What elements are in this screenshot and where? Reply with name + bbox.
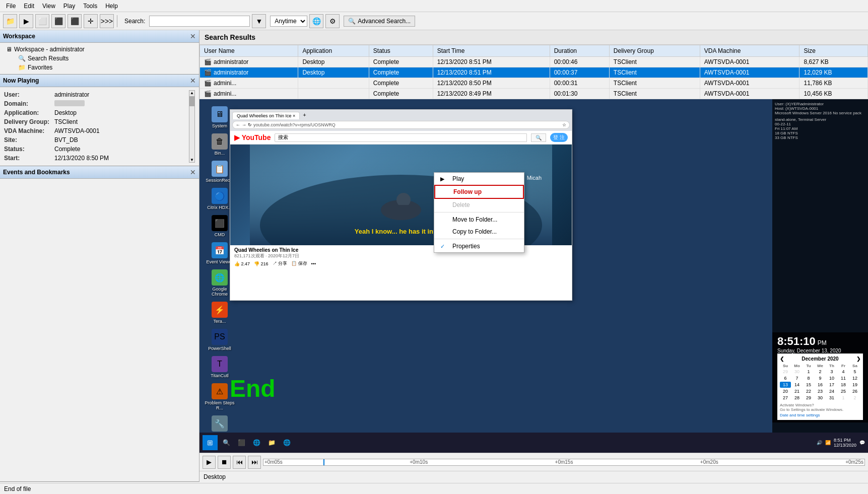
ctx-play-item[interactable]: ▶ Play — [434, 173, 524, 185]
scroll-up-icon[interactable]: ▲ — [190, 91, 194, 95]
bookmark-icon[interactable]: ☆ — [562, 122, 566, 127]
menu-help[interactable]: Help — [101, 2, 122, 11]
cal-day[interactable]: 9 — [815, 375, 826, 381]
search-dropdown-btn[interactable]: ▼ — [252, 14, 266, 28]
screen1-button[interactable]: ⬛ — [51, 14, 65, 28]
tree-root-item[interactable]: 🖥 Workspace - administrator — [2, 45, 197, 54]
taskbar-ie[interactable]: 🌐 — [250, 436, 263, 449]
cal-day[interactable]: 18 — [838, 382, 849, 388]
col-start-time[interactable]: Start Time — [433, 45, 550, 57]
cal-day-today[interactable]: 13 — [780, 382, 791, 388]
cal-day[interactable]: 8 — [803, 375, 814, 381]
cal-day[interactable]: 22 — [803, 388, 814, 394]
cal-day[interactable]: 21 — [791, 388, 803, 394]
cal-day[interactable]: 12 — [849, 375, 860, 381]
cal-day[interactable]: 25 — [838, 388, 849, 394]
desktop-icon-tera[interactable]: ⚡ Tera... — [202, 300, 237, 326]
workspace-close-button[interactable]: ✕ — [190, 32, 196, 40]
table-row[interactable]: 🎬administrator Desktop Complete 12/13/20… — [200, 57, 868, 67]
cal-day[interactable]: 30 — [815, 395, 826, 401]
yt-search-input[interactable] — [275, 133, 527, 142]
cal-day[interactable]: 2 — [815, 369, 826, 375]
address-text[interactable]: youtube.com/watch?v=rpms/UOSNWRQ — [253, 122, 561, 127]
taskbar-explorer[interactable]: 📁 — [265, 436, 278, 449]
new-tab-button[interactable]: + — [303, 112, 306, 119]
browser-tab-active[interactable]: Quad Wheelies on Thin Ice × — [232, 112, 300, 119]
col-delivery-group[interactable]: Delivery Group — [609, 45, 700, 57]
menu-file[interactable]: File — [2, 2, 20, 11]
refresh-icon[interactable]: ↻ — [248, 122, 252, 127]
ctx-move-folder-item[interactable]: Move to Folder... — [434, 214, 524, 226]
taskbar-volume-icon[interactable]: 📶 — [825, 440, 831, 445]
desktop-icon-powershell[interactable]: PS PowerShell — [202, 327, 237, 353]
cal-day[interactable]: 24 — [826, 388, 837, 394]
col-vda-machine[interactable]: VDA Machine — [700, 45, 799, 57]
cal-day[interactable]: 4 — [838, 369, 849, 375]
cal-day[interactable]: 29 — [803, 395, 814, 401]
stop-button[interactable]: ⬜ — [35, 14, 49, 28]
date-time-settings[interactable]: Date and time settings — [780, 413, 860, 417]
cal-day[interactable]: 11 — [838, 375, 849, 381]
table-row[interactable]: 🎬administrator Desktop Complete 12/13/20… — [200, 67, 868, 78]
events-close-button[interactable]: ✕ — [190, 168, 196, 176]
tl-rewind-btn[interactable]: ⏮ — [233, 456, 246, 469]
cal-day[interactable]: 27 — [780, 395, 791, 401]
menu-edit[interactable]: Edit — [20, 2, 38, 11]
cal-day[interactable]: 19 — [849, 382, 860, 388]
cal-day[interactable]: 26 — [849, 388, 860, 394]
move-button[interactable]: ✛ — [84, 14, 98, 28]
cal-day[interactable]: 30 — [791, 369, 803, 375]
cal-day[interactable]: 20 — [780, 388, 791, 394]
cal-day[interactable]: 5 — [849, 369, 860, 375]
cal-day[interactable]: 31 — [826, 395, 837, 401]
ctx-copy-folder-item[interactable]: Copy to Folder... — [434, 226, 524, 238]
tree-favorites[interactable]: 📁 Favorites — [14, 63, 197, 72]
search-input[interactable] — [149, 16, 250, 27]
cal-day[interactable]: 15 — [803, 382, 814, 388]
more-actions[interactable]: ••• — [311, 261, 316, 266]
cal-day[interactable]: 16 — [815, 382, 826, 388]
scroll-down-icon[interactable]: ▼ — [190, 158, 194, 162]
anytime-dropdown[interactable]: Anytime — [270, 16, 307, 27]
tl-fast-forward-btn[interactable]: ⏭ — [248, 456, 261, 469]
start-button[interactable]: ⊞ — [203, 435, 218, 450]
tl-play-btn[interactable]: ▶ — [203, 456, 216, 469]
taskbar-notification[interactable]: 💬 — [859, 440, 865, 445]
table-row[interactable]: 🎬admini... Complete 12/13/2020 8:50 PM 0… — [200, 78, 868, 89]
globe-icon-btn[interactable]: 🌐 — [309, 14, 323, 28]
taskbar-search[interactable]: 🔍 — [220, 436, 233, 449]
cal-next-btn[interactable]: ❯ — [856, 356, 860, 362]
col-username[interactable]: User Name — [200, 45, 298, 57]
col-application[interactable]: Application — [298, 45, 369, 57]
play-button[interactable]: ▶ — [19, 14, 33, 28]
screen2-button[interactable]: ⬛ — [68, 14, 82, 28]
col-duration[interactable]: Duration — [550, 45, 609, 57]
settings-icon-btn[interactable]: ⚙ — [325, 14, 340, 28]
scroll-thumb[interactable] — [189, 96, 194, 106]
menu-tools[interactable]: Tools — [79, 2, 101, 11]
cal-day[interactable]: 10 — [826, 375, 837, 381]
save-button[interactable]: 📋 保存 — [291, 260, 307, 267]
ctx-delete-item[interactable]: Delete — [434, 199, 524, 211]
taskbar-task-view[interactable]: ⬛ — [235, 436, 248, 449]
now-playing-close-button[interactable]: ✕ — [190, 77, 196, 85]
col-size[interactable]: Size — [799, 45, 868, 57]
cal-day[interactable]: 17 — [826, 382, 837, 388]
menu-play[interactable]: Play — [59, 2, 79, 11]
table-row[interactable]: 🎬admini... Complete 12/13/2020 8:49 PM 0… — [200, 89, 868, 99]
like-count[interactable]: 👍 2.47 — [234, 261, 250, 266]
cal-day[interactable]: 23 — [815, 388, 826, 394]
timeline-track[interactable]: +0m05s +0m10s +0m15s +0m20s +0m25s — [263, 459, 865, 466]
taskbar-network-icon[interactable]: 🔊 — [817, 440, 822, 445]
cal-day[interactable]: 14 — [791, 382, 803, 388]
more-button[interactable]: >>> — [100, 14, 114, 28]
cal-day[interactable]: 3 — [826, 369, 837, 375]
ctx-followup-item[interactable]: Follow up — [434, 185, 524, 199]
ctx-properties-item[interactable]: ✓ Properties — [434, 240, 524, 252]
taskbar-chrome[interactable]: 🌐 — [280, 436, 293, 449]
yt-signin-btn[interactable]: 登 注 — [550, 133, 568, 142]
cal-day[interactable]: 1 — [838, 395, 849, 401]
cal-day[interactable]: 29 — [780, 369, 791, 375]
cal-day[interactable]: 2 — [849, 395, 860, 401]
open-button[interactable]: 📁 — [3, 14, 17, 28]
